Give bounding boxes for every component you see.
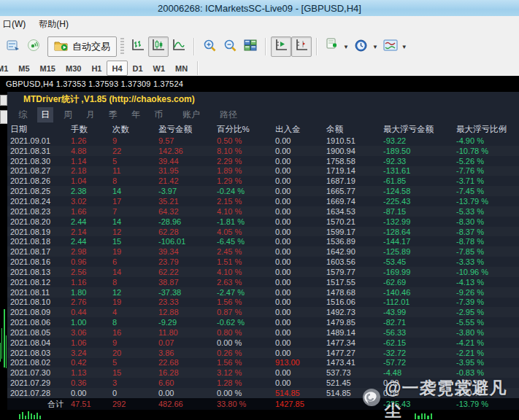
cell: 62.28 xyxy=(157,228,215,236)
candlestick-chart-button[interactable] xyxy=(148,36,169,57)
cell: 3.02 xyxy=(69,197,111,206)
table-row: 2021.08.160.96623.791.51 %0.001603.56-53… xyxy=(7,257,519,267)
auto-scroll-button[interactable] xyxy=(271,36,291,57)
tab-季[interactable]: 季 xyxy=(105,107,121,122)
cell: 8 xyxy=(111,318,157,327)
cell: 2021.07.30 xyxy=(9,368,69,377)
templates-button[interactable] xyxy=(380,36,401,57)
column-header: 最大浮亏比例 xyxy=(455,124,519,135)
menu-help[interactable]: 帮助(H) xyxy=(32,16,75,33)
cell: -0.83 % xyxy=(455,368,519,377)
periods-caret-icon[interactable]: ▼ xyxy=(372,44,378,50)
cell: 2021.08.20 xyxy=(9,217,69,226)
cell: -7.45 % xyxy=(455,187,519,195)
cell: 1.89 % xyxy=(215,166,274,175)
tab-周[interactable]: 周 xyxy=(60,107,76,122)
cell: 6 xyxy=(111,257,157,266)
cell: 3.86 xyxy=(157,349,215,357)
cell: -9.26 % xyxy=(455,288,519,297)
cell: 0.26 % xyxy=(215,349,274,357)
timeframe-h4[interactable]: H4 xyxy=(107,61,127,76)
tab-月[interactable]: 月 xyxy=(82,107,99,122)
cell: 0.00 xyxy=(274,197,325,206)
cell: 2.18 xyxy=(69,166,111,175)
broadcast-button[interactable] xyxy=(23,36,44,57)
table-row: 2021.08.090.44412.880.87 %0.001492.73-43… xyxy=(7,307,519,317)
total-cell: 482.66 xyxy=(157,400,215,408)
cell: 2021.08.06 xyxy=(9,318,69,327)
cell: 0.00 xyxy=(274,378,325,387)
tab-日[interactable]: 日 xyxy=(37,107,53,122)
cell: 0.07 xyxy=(157,338,215,347)
table-row: 2021.08.182.4415-106.01-6.45 %0.001536.8… xyxy=(7,236,519,246)
chart-shift-button[interactable] xyxy=(291,36,312,57)
timeframe-mn[interactable]: MN xyxy=(170,61,193,76)
cell: -7.39 % xyxy=(455,298,519,306)
title-bar[interactable]: 20006268: ICMarketsSC-Live09 - [GBPUSD,H… xyxy=(0,0,519,16)
cell: 12 xyxy=(111,288,157,297)
column-header: 出入金 xyxy=(274,124,325,135)
menu-window[interactable]: 口(W) xyxy=(0,16,32,33)
autotrading-button[interactable]: 自动交易 xyxy=(47,36,117,57)
cell: -4.48 xyxy=(382,368,455,377)
cell: 1516.06 xyxy=(325,298,382,306)
menu-bar: 口(W) 帮助(H) xyxy=(0,16,519,34)
watermark-logo-icon xyxy=(361,387,382,412)
timeframe-w1[interactable]: W1 xyxy=(148,61,171,76)
timeframe-m1[interactable]: M1 xyxy=(0,61,13,76)
cell: 1758.58 xyxy=(325,157,382,166)
cell: 0.00 xyxy=(274,308,325,316)
timeframe-m30[interactable]: M30 xyxy=(61,61,86,76)
cell: 0.00 xyxy=(274,157,325,166)
quote-text: GBPUSD,H4 1.37353 1.37593 1.37309 1.3752… xyxy=(0,79,183,88)
tab-年[interactable]: 年 xyxy=(128,107,144,122)
cell: 1.16 xyxy=(69,278,111,287)
line-chart-button[interactable] xyxy=(169,36,189,57)
cell: -1.81 % xyxy=(215,217,274,226)
zoom-out-button[interactable] xyxy=(220,36,240,57)
timeframe-m15[interactable]: M15 xyxy=(35,61,61,76)
cell: 1665.77 xyxy=(325,187,382,195)
timeframe-h1[interactable]: H1 xyxy=(86,61,107,76)
cell: 2.29 % xyxy=(215,157,274,166)
tile-windows-button[interactable] xyxy=(240,36,261,57)
cell: 514.85 xyxy=(274,389,325,397)
cell: 0.87 % xyxy=(215,308,274,316)
candle-wick xyxy=(4,309,5,368)
cell: -3.33 % xyxy=(455,257,519,266)
cell: -87.15 xyxy=(382,207,455,216)
table-row: 2021.08.121.16838.872.63 %0.001517.55-62… xyxy=(7,277,519,287)
table-row: 2021.08.301.14539.442.29 %0.001758.58-92… xyxy=(7,156,519,166)
cell: 2021.07.29 xyxy=(9,378,69,387)
table-row: 2021.08.272.181131.951.89 %0.001719.14-1… xyxy=(7,166,519,176)
table-row: 2021.08.202.4414-28.96-1.81 %0.001570.21… xyxy=(7,217,519,227)
new-order-button[interactable] xyxy=(3,36,23,57)
tab-币[interactable]: 币 xyxy=(150,107,166,122)
tab-路径[interactable]: 路径 xyxy=(216,107,241,122)
cell: -28.96 xyxy=(157,217,215,226)
cell: 1.14 xyxy=(69,157,111,166)
cell: 16 xyxy=(111,328,157,337)
toolbar-drag-handle[interactable] xyxy=(120,38,124,55)
bar-chart-button[interactable] xyxy=(128,36,148,57)
cell: 0.00 xyxy=(274,247,325,256)
cell: 0.00 xyxy=(274,187,325,195)
stats-tabs: 综日周月季年币账户路径 xyxy=(7,106,519,122)
periods-button[interactable] xyxy=(351,36,372,57)
cell: 23.79 xyxy=(157,257,215,266)
cell: -3.80 % xyxy=(455,328,519,337)
table-row: 2021.08.061.008-9.29-0.62 %0.001479.85-8… xyxy=(7,317,519,327)
indicators-caret-icon[interactable]: ▼ xyxy=(343,44,349,50)
cell: -128.64 xyxy=(382,228,455,236)
tab-账户[interactable]: 账户 xyxy=(179,107,204,122)
cell: 2021.08.10 xyxy=(9,298,69,306)
table-row: 2021.08.053.061611.800.80 %0.001489.14-5… xyxy=(7,327,519,338)
cell: 0.44 xyxy=(69,308,111,316)
templates-caret-icon[interactable]: ▼ xyxy=(401,44,407,50)
timeframe-d1[interactable]: D1 xyxy=(128,61,148,76)
zoom-in-button[interactable] xyxy=(199,36,220,57)
timeframe-m5[interactable]: M5 xyxy=(13,61,34,76)
cell: 11.80 xyxy=(157,328,215,337)
indicators-button[interactable] xyxy=(322,36,342,57)
tab-综[interactable]: 综 xyxy=(15,107,31,122)
